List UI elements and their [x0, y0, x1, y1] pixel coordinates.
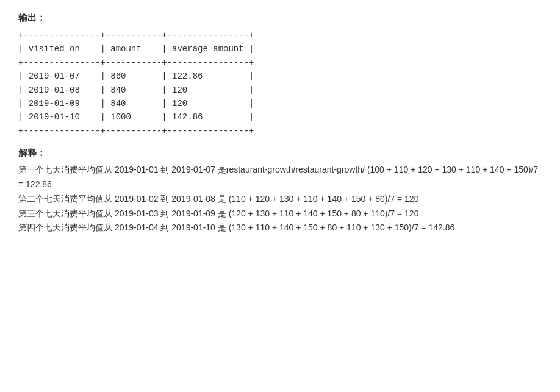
explanation-line-3: 第三个七天消费平均值从 2019-01-03 到 2019-01-09 是 (1… [18, 208, 418, 218]
explanation-section: 解释： 第一个七天消费平均值从 2019-01-01 到 2019-01-07 … [18, 148, 542, 235]
explanation-line-1: 第一个七天消费平均值从 2019-01-01 到 2019-01-07 是res… [18, 165, 538, 189]
explanation-line-4: 第四个七天消费平均值从 2019-01-04 到 2019-01-10 是 (1… [18, 223, 454, 232]
output-label: 输出： [18, 12, 542, 24]
output-table: +---------------+-----------+-----------… [18, 29, 542, 138]
explanation-line-2: 第二个七天消费平均值从 2019-01-02 到 2019-01-08 是 (1… [18, 194, 418, 204]
output-section: 输出： +---------------+-----------+-------… [18, 12, 542, 138]
explanation-content: 第一个七天消费平均值从 2019-01-01 到 2019-01-07 是res… [18, 163, 542, 235]
explanation-label: 解释： [18, 148, 542, 159]
